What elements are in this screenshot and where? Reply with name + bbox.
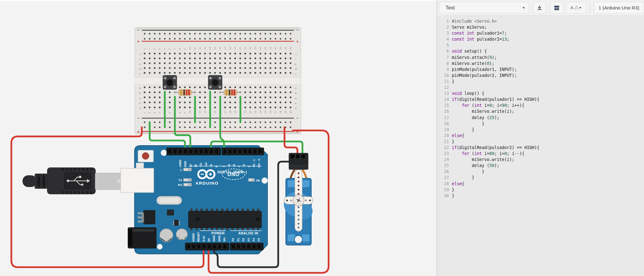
code-text[interactable]: } (452, 193, 454, 199)
svg-text:12: 12 (198, 47, 201, 50)
code-line[interactable]: 17 delay (25); (437, 115, 644, 121)
usb-cable-tip[interactable] (23, 175, 37, 187)
code-line[interactable]: 27 } (437, 175, 644, 181)
code-text[interactable]: } (452, 175, 474, 181)
barrel-jack[interactable] (128, 227, 156, 248)
button-cap[interactable] (167, 79, 173, 86)
svg-text:−: − (137, 28, 140, 32)
code-line[interactable]: 5 (437, 42, 644, 48)
code-text[interactable]: } (452, 139, 454, 145)
code-text[interactable]: miServo.write(i); (452, 108, 515, 114)
code-text[interactable]: if(digitalRead(pulsador2) == HIGH){ (452, 145, 539, 151)
line-number: 8 (437, 60, 452, 66)
svg-text:~5: ~5 (233, 164, 236, 167)
usb-port[interactable] (121, 168, 154, 193)
code-text[interactable] (452, 84, 454, 90)
code-line[interactable]: 30} (437, 193, 644, 199)
code-line[interactable]: 3const int pulsador1=7; (437, 30, 644, 36)
code-text[interactable]: } (452, 78, 454, 84)
code-line[interactable]: 2Servo miServo; (437, 24, 644, 30)
code-text[interactable]: } (452, 127, 474, 133)
servo-lead-brown (290, 170, 294, 179)
code-text[interactable]: #include <Servo.h> (452, 18, 497, 24)
code-text[interactable]: miServo.write(0); (452, 60, 494, 66)
svg-text:23: 23 (254, 47, 257, 50)
code-text[interactable]: } (452, 121, 484, 127)
code-line[interactable]: 21} (437, 139, 644, 145)
arduino-uno[interactable]: L TX RX ARDUINO UNO ON DIGITAL (PWM~) PO… (121, 146, 268, 254)
code-line[interactable]: 9pinMode(pulsador1, INPUT); (437, 66, 644, 72)
code-line[interactable]: 13void loop() { (437, 90, 644, 96)
code-text[interactable]: miServo.attach(9); (452, 55, 497, 60)
code-text[interactable]: if(digitalRead(pulsador1) == HIGH){ (452, 96, 539, 102)
code-line[interactable]: 20else{ (437, 133, 644, 139)
on-led-label: ON (256, 179, 260, 182)
code-text[interactable]: for (int i=0; i<90; i++){ (452, 102, 524, 108)
code-line[interactable]: 25 delay (50); (437, 163, 644, 169)
code-text[interactable]: delay (25); (452, 115, 499, 121)
code-text[interactable]: void loop() { (452, 90, 484, 96)
pushbutton-1[interactable] (163, 75, 177, 89)
svg-text:15: 15 (214, 47, 216, 50)
code-line[interactable]: 28else{ (437, 181, 644, 187)
code-line[interactable]: 24 miServo.write(i); (437, 157, 644, 163)
serial-monitor-button[interactable] (550, 2, 563, 14)
code-line[interactable]: 4const int pulsador2=13; (437, 36, 644, 42)
code-text[interactable]: } (452, 187, 454, 193)
code-text[interactable]: pinMode(pulsador2, INPUT); (452, 72, 517, 78)
code-line[interactable]: 29} (437, 187, 644, 193)
svg-text:25: 25 (264, 111, 267, 113)
svg-text:e: e (138, 87, 141, 89)
code-text[interactable]: const int pulsador1=7; (452, 30, 507, 36)
reset-button[interactable] (138, 150, 153, 162)
code-text[interactable]: pinMode(pulsador1, INPUT); (452, 66, 517, 72)
code-text[interactable]: const int pulsador2=13; (452, 36, 509, 42)
svg-text:d: d (138, 92, 141, 94)
code-text[interactable]: void setup() { (452, 48, 487, 54)
svg-text:9: 9 (183, 112, 186, 113)
code-text[interactable]: } (452, 169, 484, 175)
code-line[interactable]: 19 } (437, 127, 644, 133)
code-line[interactable]: 15 for (int i=0; i<90; i++){ (437, 102, 644, 108)
code-text[interactable]: for (int i=89; i>0; i--){ (452, 151, 524, 157)
code-editor[interactable]: 1#include <Servo.h>2Servo miServo;3const… (437, 16, 644, 199)
servo-connector[interactable] (289, 153, 308, 170)
servo-bottom-notch (295, 236, 302, 244)
smd-component (167, 210, 174, 216)
code-line[interactable]: 23 for (int i=89; i>0; i--){ (437, 151, 644, 157)
code-line[interactable]: 6void setup() { (437, 48, 644, 54)
circuit-canvas[interactable]: 1122334455667788991010111112121313141415… (0, 0, 437, 276)
svg-text:GND: GND (212, 235, 216, 242)
code-text[interactable]: Servo miServo; (452, 24, 487, 30)
svg-text:5: 5 (163, 48, 166, 50)
board-selector[interactable]: 1 (Arduino Uno R3) (594, 2, 644, 14)
code-line[interactable]: 18 } (437, 121, 644, 127)
code-text[interactable]: else{ (452, 181, 464, 187)
servo-motor[interactable] (284, 170, 313, 245)
code-text[interactable]: else{ (452, 133, 464, 139)
code-line[interactable]: 26 } (437, 169, 644, 175)
code-line[interactable]: 7miServo.attach(9); (437, 55, 644, 60)
button-cap[interactable] (212, 79, 219, 86)
code-line[interactable]: 11} (437, 78, 644, 84)
code-line[interactable]: 12 (437, 84, 644, 90)
svg-text:3: 3 (153, 48, 156, 50)
code-line[interactable]: 16 miServo.write(i); (437, 108, 644, 114)
code-line[interactable]: 8miServo.write(0); (437, 60, 644, 66)
text-size-button[interactable]: A A ▾ (566, 2, 586, 14)
code-text[interactable] (452, 42, 454, 48)
code-line[interactable]: 1#include <Servo.h> (437, 18, 644, 24)
code-line[interactable]: 14if(digitalRead(pulsador1) == HIGH){ (437, 96, 644, 102)
code-text[interactable]: delay (50); (452, 163, 499, 169)
usb-cable[interactable] (23, 168, 121, 194)
svg-text:8: 8 (215, 166, 218, 167)
svg-text:a: a (138, 107, 141, 109)
pushbutton-2[interactable] (208, 75, 222, 89)
code-line[interactable]: 10pinMode(pulsador2, INPUT); (437, 72, 644, 78)
editor-mode-select[interactable]: Text ▾ (440, 2, 529, 14)
code-line[interactable]: 22if(digitalRead(pulsador2) == HIGH){ (437, 145, 644, 151)
download-code-button[interactable] (533, 2, 546, 14)
line-number: 29 (437, 187, 452, 193)
svg-text:26: 26 (269, 47, 272, 50)
code-text[interactable]: miServo.write(i); (452, 157, 515, 163)
